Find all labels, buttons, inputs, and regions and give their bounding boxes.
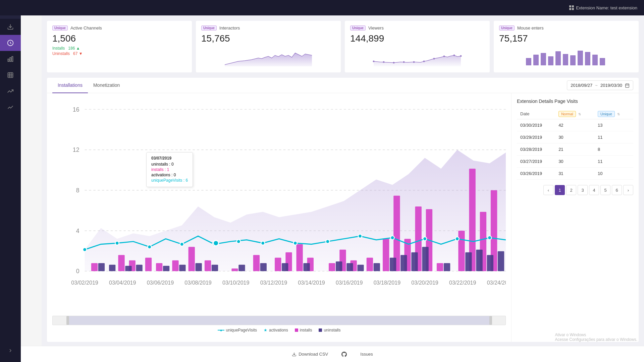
svg-rect-24 — [592, 55, 598, 65]
sidebar — [0, 0, 21, 362]
stat-card-header-3: Unique Viewers — [350, 25, 484, 31]
mouse-enters-chart — [499, 48, 633, 66]
stat-card-viewers: Unique Viewers 144,899 — [345, 21, 490, 72]
svg-rect-40 — [91, 263, 98, 271]
pagination-page-3[interactable]: 3 — [578, 185, 588, 195]
svg-text:0: 0 — [76, 268, 79, 275]
sidebar-item-minichart[interactable] — [0, 99, 21, 115]
sidebar-item-trend[interactable] — [0, 83, 21, 99]
sidebar-item-download[interactable] — [0, 19, 21, 35]
tabs-section: Installations Monetization 2018/09/27 ~ … — [47, 78, 639, 342]
sidebar-expand-button[interactable] — [0, 343, 21, 359]
svg-rect-70 — [125, 266, 131, 271]
stat-card-header: Unique Active Channels — [52, 25, 186, 31]
svg-rect-50 — [275, 258, 281, 271]
issues-link[interactable]: Issues — [360, 352, 373, 357]
badge-normal: Normal — [558, 111, 576, 117]
extension-label: Extension Name: test extension — [569, 5, 637, 10]
svg-rect-15 — [526, 58, 531, 65]
side-table-title: Extension Details Page Visits — [517, 99, 633, 104]
analytics-icon — [7, 40, 14, 46]
cell-date: 03/27/2019 — [517, 156, 555, 168]
svg-rect-41 — [118, 255, 124, 271]
pagination-prev[interactable]: ‹ — [543, 185, 553, 195]
main-chart-area: 16 12 8 4 0 — [47, 93, 511, 342]
github-link[interactable] — [341, 352, 347, 357]
interactors-chart — [201, 48, 335, 66]
cell-unique: 8 — [594, 143, 633, 156]
pagination-page-4[interactable]: 4 — [589, 185, 599, 195]
tab-monetization[interactable]: Monetization — [88, 78, 125, 93]
pagination-page-5[interactable]: 5 — [600, 185, 610, 195]
table-row: 03/28/2019 21 8 — [517, 143, 633, 156]
svg-rect-79 — [303, 263, 310, 271]
bottom-bar: Download CSV Issues — [21, 346, 644, 362]
stats-row: Unique Active Channels 1,506 Installs 18… — [47, 21, 639, 72]
cell-normal: 42 — [555, 119, 594, 131]
svg-rect-17 — [541, 53, 546, 65]
svg-point-7 — [393, 62, 395, 64]
legend-label-installs: installs — [300, 328, 312, 333]
svg-rect-45 — [172, 260, 178, 271]
svg-rect-57 — [367, 258, 373, 271]
svg-point-6 — [383, 61, 385, 63]
stat-label-4: Mouse enters — [517, 25, 544, 31]
download-csv-link[interactable]: Download CSV — [292, 352, 328, 357]
svg-point-14 — [460, 55, 462, 57]
badge-unique-4: Unique — [499, 25, 515, 31]
svg-rect-22 — [578, 51, 583, 65]
pagination-next[interactable]: › — [623, 185, 633, 195]
sidebar-item-barchart[interactable] — [0, 51, 21, 67]
svg-point-102 — [358, 234, 362, 238]
svg-rect-1 — [8, 59, 9, 62]
bar-chart-icon — [7, 56, 14, 62]
svg-rect-88 — [444, 263, 450, 271]
svg-rect-46 — [189, 247, 195, 271]
tabs-header: Installations Monetization 2018/09/27 ~ … — [47, 78, 639, 93]
svg-rect-80 — [336, 261, 342, 271]
legend-label-uninstalls: uninstalls — [324, 328, 340, 333]
svg-point-93 — [83, 248, 87, 251]
svg-rect-25 — [600, 58, 605, 65]
date-range-picker[interactable]: 2018/09/27 ~ 2019/03/30 — [567, 80, 633, 90]
badge-unique: Unique — [52, 25, 68, 31]
range-slider[interactable] — [52, 316, 506, 325]
svg-point-98 — [237, 240, 240, 243]
tab-installations[interactable]: Installations — [52, 78, 88, 93]
stat-value-4: 75,157 — [499, 33, 633, 44]
stat-value: 1,506 — [52, 33, 186, 44]
pagination-page-1[interactable]: 1 — [555, 185, 565, 195]
svg-rect-69 — [109, 265, 115, 271]
svg-text:03/20/2019: 03/20/2019 — [411, 280, 438, 286]
svg-rect-16 — [533, 55, 539, 65]
svg-point-94 — [115, 241, 119, 245]
table-row: 03/26/2019 31 10 — [517, 168, 633, 180]
pagination-page-6[interactable]: 6 — [612, 185, 622, 195]
pagination-page-2[interactable]: 2 — [566, 185, 576, 195]
stat-sub: Installs 186 ▲ Uninstalls 67 ▼ — [52, 46, 186, 56]
svg-rect-49 — [253, 255, 260, 271]
svg-point-107 — [213, 240, 219, 246]
tabs-nav: Installations Monetization — [52, 78, 125, 93]
svg-rect-92 — [498, 251, 504, 271]
svg-point-106 — [488, 236, 491, 240]
sort-unique[interactable]: ⇅ — [617, 112, 620, 116]
svg-point-104 — [423, 237, 427, 241]
svg-point-13 — [453, 55, 455, 56]
extension-icon — [569, 5, 574, 10]
cell-date: 03/29/2019 — [517, 131, 555, 143]
svg-text:03/10/2019: 03/10/2019 — [222, 280, 250, 286]
svg-rect-47 — [205, 260, 211, 271]
sidebar-item-table[interactable] — [0, 67, 21, 83]
installs-count: Installs 186 ▲ — [52, 46, 186, 51]
svg-point-101 — [326, 240, 329, 243]
viewers-chart — [350, 48, 484, 66]
sort-normal[interactable]: ⇅ — [578, 112, 581, 116]
svg-rect-84 — [390, 258, 396, 271]
svg-point-11 — [433, 58, 435, 60]
sidebar-item-analytics[interactable] — [0, 35, 21, 51]
svg-rect-75 — [212, 265, 218, 271]
col-unique: Unique ⇅ — [594, 109, 633, 119]
col-date: Date — [517, 109, 555, 119]
cell-unique: 11 — [594, 156, 633, 168]
